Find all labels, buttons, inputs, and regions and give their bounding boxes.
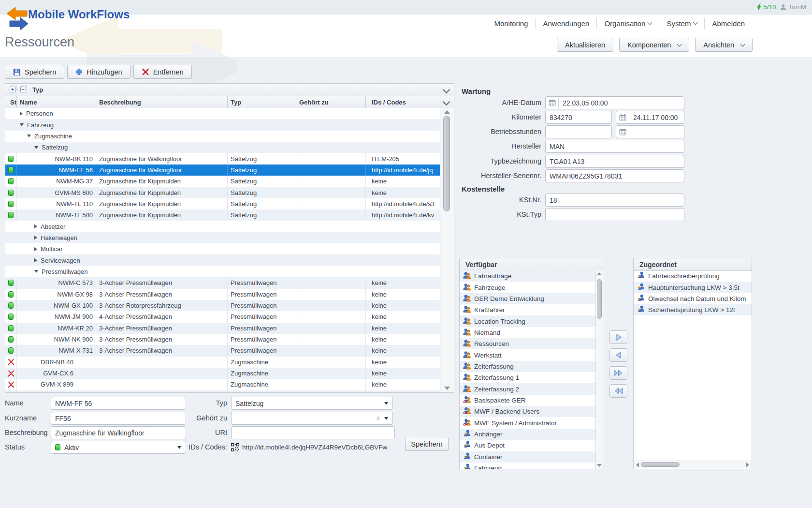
list-item[interactable]: Niemand (460, 327, 596, 338)
list-item[interactable]: Basispakete GER (460, 395, 596, 406)
table-row[interactable]: NWM-X 7313-Achser PressmüllwagenPressmül… (5, 345, 440, 356)
add-button[interactable]: Hinzufügen (67, 65, 130, 79)
gehoert-zu-select[interactable]: × (231, 412, 393, 425)
collapse-arrow-icon[interactable] (27, 134, 31, 137)
list-item[interactable]: Zeiterfassung (460, 361, 596, 372)
header-action-ansichten[interactable]: Ansichten (695, 38, 753, 52)
scrollbar-thumb[interactable] (641, 462, 680, 467)
status-select[interactable]: Aktiv (51, 441, 186, 454)
tree-group-row[interactable]: Personen (5, 108, 440, 119)
assigned-horizontal-scrollbar[interactable] (634, 461, 751, 468)
nav-item-anwendungen[interactable]: Anwendungen (535, 18, 596, 29)
betriebsstunden-datum-field[interactable] (616, 125, 684, 138)
list-item[interactable]: Fahrzeug (460, 463, 596, 469)
tree-group-row[interactable]: Pressmüllwagen (5, 266, 440, 277)
calendar-icon[interactable] (546, 97, 559, 109)
nav-item-system[interactable]: System (659, 18, 704, 29)
expand-arrow-icon[interactable] (20, 112, 23, 116)
list-item[interactable]: MWF / Backend Users (460, 406, 596, 417)
tree-group-row[interactable]: Fahrzeug (5, 119, 440, 130)
expand-arrow-icon[interactable] (34, 247, 37, 251)
table-row[interactable]: NWM-MG 37Zugmaschine für KippmuldenSatte… (5, 176, 440, 187)
nav-item-organisation[interactable]: Organisation (596, 18, 659, 29)
kurzname-field[interactable] (51, 412, 186, 425)
group-by-label[interactable]: Typ (32, 86, 43, 93)
clear-icon[interactable]: × (376, 414, 380, 423)
list-item[interactable]: Container (460, 451, 596, 463)
tree-group-row[interactable]: Zugmaschine (5, 131, 440, 142)
scroll-up-icon[interactable] (597, 272, 602, 275)
table-row[interactable]: NWM-TL 500Zugmaschine für KippmuldenSatt… (5, 209, 440, 221)
table-row[interactable]: GVM-X 899Zugmaschinekeine (5, 379, 440, 390)
scroll-down-icon[interactable] (444, 387, 450, 390)
scroll-down-icon[interactable] (597, 464, 602, 467)
expand-arrow-icon[interactable] (34, 224, 37, 228)
list-item[interactable]: Ölwechsel nach Datum und Kilom (634, 293, 752, 304)
hersteller-field[interactable] (545, 140, 684, 153)
calendar-icon[interactable] (616, 126, 629, 138)
column-header-2[interactable]: Beschreibung (95, 96, 228, 108)
typbezeichnung-field[interactable] (545, 155, 684, 168)
collapse-all-icon[interactable] (20, 85, 28, 95)
nav-item-monitoring[interactable]: Monitoring (487, 18, 535, 29)
list-item[interactable]: Anhänger (460, 429, 596, 440)
list-item[interactable]: Ressourcen (460, 338, 596, 349)
collapse-arrow-icon[interactable] (34, 146, 38, 149)
table-row[interactable]: NWM-NK 9003-Achser PressmüllwagenPressmü… (5, 334, 440, 345)
list-item[interactable]: Location Tracking (460, 315, 596, 327)
expand-arrow-icon[interactable] (34, 236, 37, 239)
form-save-button[interactable]: Speichern (405, 437, 449, 451)
column-header-1[interactable]: Name (17, 96, 95, 108)
remove-button[interactable]: Entfernen (133, 65, 192, 79)
list-item[interactable]: Zeiterfassung 2 (460, 383, 596, 394)
current-user[interactable]: TomM (780, 3, 806, 11)
move-left-button[interactable] (609, 348, 627, 362)
kilometer-field[interactable] (545, 111, 612, 124)
expand-arrow-icon[interactable] (34, 258, 37, 262)
list-item[interactable]: Fahrzeuge (460, 282, 596, 293)
table-row[interactable]: NWM-KR 203-Achser PressmüllwagenPressmül… (5, 323, 440, 334)
calendar-icon[interactable] (616, 111, 629, 123)
tree-group-row[interactable]: Sattelzug (5, 142, 440, 153)
collapse-arrow-icon[interactable] (34, 270, 38, 273)
save-button[interactable]: Speichern (5, 65, 64, 79)
list-item[interactable]: Zeiterfassung 1 (460, 372, 596, 383)
beschreibung-field[interactable] (51, 426, 186, 439)
seriennr-field[interactable] (545, 169, 684, 182)
typ-select[interactable]: Sattelzug (231, 397, 393, 410)
list-item[interactable]: Werkstatt (460, 349, 596, 360)
kstnr-field[interactable] (545, 194, 684, 207)
header-action-aktualisieren[interactable]: Aktualisieren (557, 38, 613, 52)
move-right-button[interactable] (609, 330, 627, 344)
list-item[interactable]: Sicherheitsprüfung LKW > 12t (634, 304, 752, 315)
table-row[interactable] (5, 390, 440, 392)
move-all-right-button[interactable] (609, 366, 627, 380)
column-header-5[interactable]: IDs / Codes (366, 96, 440, 108)
list-item[interactable]: Kraftfahrer (460, 304, 596, 315)
header-action-komponenten[interactable]: Komponenten (619, 38, 689, 52)
list-item[interactable]: Fahraufträge (460, 270, 596, 282)
list-item[interactable]: Hauptuntersuchung LKW > 3,5t (634, 282, 752, 293)
app-logo[interactable] (4, 5, 29, 32)
table-row[interactable]: NWM-GX 1003-Achser RotorpressfahrzeugPre… (5, 300, 440, 311)
available-scrollbar[interactable] (595, 270, 604, 469)
table-row[interactable]: NWM-GX 983-Achser PressmüllwagenPressmül… (5, 289, 440, 300)
table-row[interactable]: DBR-NB 40Zugmaschinekeine (5, 357, 440, 368)
collapse-arrow-icon[interactable] (20, 123, 24, 126)
table-row[interactable]: GVM-CX 6Zugmaschinekeine (5, 368, 440, 379)
list-item[interactable]: Aus Depot (460, 440, 596, 451)
table-row[interactable]: GVM-MS 600Zugmaschine für KippmuldenSatt… (5, 187, 440, 198)
name-field[interactable] (51, 397, 186, 410)
scroll-left-icon[interactable] (636, 463, 639, 467)
kilometer-datum-field[interactable]: 24.11.17 00:00 (616, 111, 684, 124)
ksttyp-field[interactable] (545, 208, 684, 221)
column-header-0[interactable]: St (5, 96, 17, 108)
table-row[interactable]: NWM-TL 110Zugmaschine für KippmuldenSatt… (5, 198, 440, 209)
list-item[interactable]: Fahrtenschreiberprüfung (634, 270, 752, 282)
column-header-4[interactable]: Gehört zu (296, 96, 366, 108)
ahe-datum-field[interactable]: 22.03.05 00:00 (545, 96, 684, 109)
table-row[interactable]: NWM-BK 110Zugmaschine für WalkingfloorSa… (5, 153, 440, 164)
tree-group-row[interactable]: Hakenwagen (5, 232, 440, 243)
betriebsstunden-field[interactable] (545, 125, 612, 138)
tree-group-row[interactable]: Multicar (5, 243, 440, 254)
